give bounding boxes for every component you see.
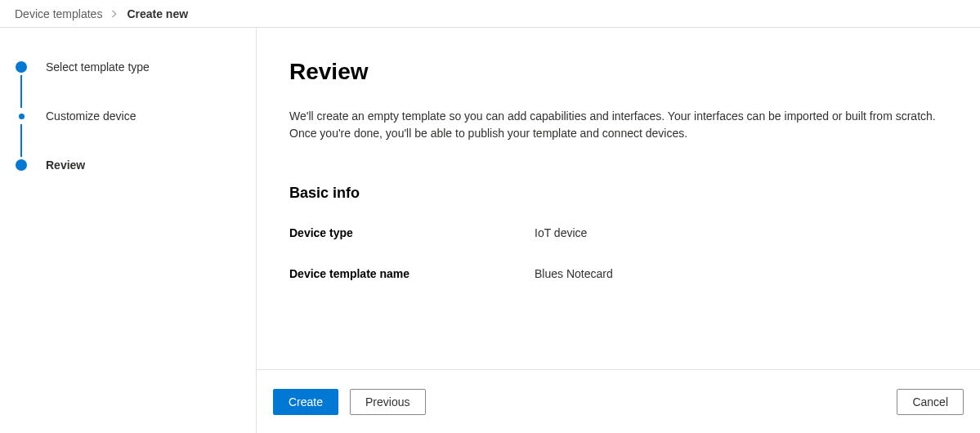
step-connector bbox=[15, 75, 28, 108]
step-customize-device[interactable]: Customize device bbox=[15, 108, 256, 124]
step-connector bbox=[15, 124, 28, 157]
previous-button[interactable]: Previous bbox=[350, 389, 425, 415]
wizard-footer: Create Previous Cancel bbox=[257, 369, 980, 433]
step-select-template-type[interactable]: Select template type bbox=[15, 59, 256, 75]
breadcrumb-current: Create new bbox=[127, 7, 188, 20]
wizard-stepper: Select template type Customize device Re… bbox=[0, 28, 257, 433]
info-label: Device type bbox=[289, 226, 535, 239]
cancel-button[interactable]: Cancel bbox=[897, 389, 964, 415]
info-row-device-type: Device type IoT device bbox=[289, 226, 947, 239]
step-dot-icon bbox=[16, 61, 27, 73]
step-label: Review bbox=[46, 158, 85, 172]
basic-info-heading: Basic info bbox=[289, 185, 947, 202]
step-label: Customize device bbox=[46, 109, 136, 123]
step-label: Select template type bbox=[46, 60, 150, 74]
create-button[interactable]: Create bbox=[273, 389, 338, 415]
page-title: Review bbox=[289, 59, 947, 85]
chevron-right-icon bbox=[110, 10, 119, 18]
info-label: Device template name bbox=[289, 267, 535, 280]
info-row-device-template-name: Device template name Blues Notecard bbox=[289, 267, 947, 280]
step-review[interactable]: Review bbox=[15, 157, 256, 173]
info-value: Blues Notecard bbox=[535, 267, 613, 280]
breadcrumb: Device templates Create new bbox=[0, 0, 980, 28]
page-description: We'll create an empty template so you ca… bbox=[289, 108, 947, 142]
step-dot-icon bbox=[19, 114, 25, 119]
breadcrumb-parent[interactable]: Device templates bbox=[15, 7, 102, 20]
info-value: IoT device bbox=[535, 226, 587, 239]
step-dot-icon bbox=[16, 159, 27, 171]
